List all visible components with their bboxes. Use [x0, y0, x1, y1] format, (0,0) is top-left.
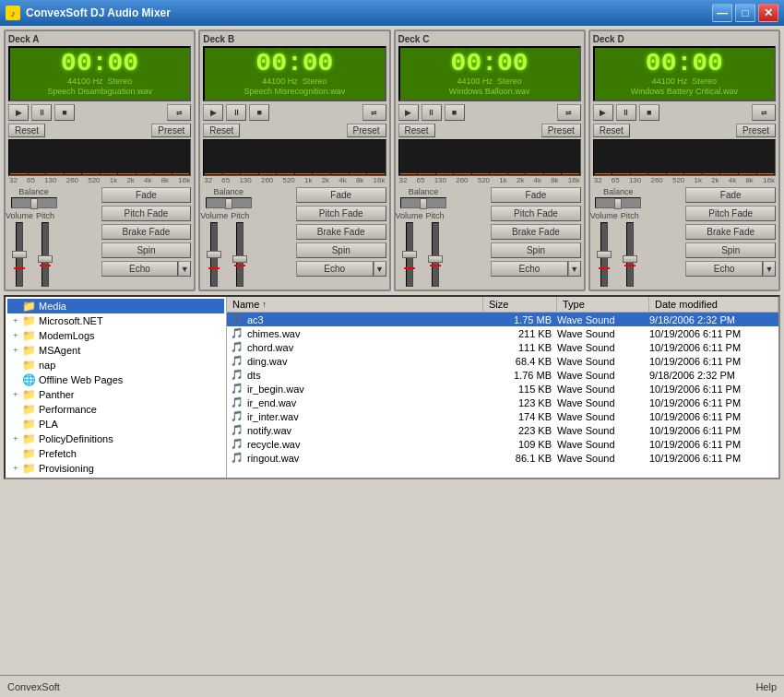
pitch-track-2[interactable] — [432, 222, 439, 287]
pitchfade-btn-3[interactable]: Pitch Fade — [685, 206, 776, 221]
pitch-track-3[interactable] — [626, 222, 634, 287]
pitch-thumb-1[interactable] — [232, 255, 247, 263]
stop-btn-3[interactable]: ■ — [639, 104, 659, 121]
echo-btn-3[interactable]: Echo — [685, 261, 763, 277]
tree-item-provisioning[interactable]: +📁Provisioning — [7, 461, 224, 476]
volume-track-0[interactable] — [16, 222, 23, 287]
play-btn-1[interactable]: ▶ — [203, 104, 223, 121]
pitchfade-btn-2[interactable]: Pitch Fade — [491, 206, 581, 221]
spin-btn-0[interactable]: Spin — [101, 242, 192, 258]
echo-btn-1[interactable]: Echo — [296, 261, 374, 277]
pitch-track-0[interactable] — [42, 222, 49, 287]
volume-track-1[interactable] — [210, 222, 218, 287]
link-btn-2[interactable]: ⇄ — [557, 104, 581, 121]
file-row-ac3[interactable]: 🎵 ac3 1.75 MB Wave Sound 9/18/2006 2:32 … — [227, 313, 778, 326]
tree-item-panther[interactable]: +📁Panther — [7, 387, 224, 402]
balance-slider-0[interactable] — [11, 197, 57, 208]
reset-btn-1[interactable]: Reset — [203, 124, 240, 137]
echo-btn-0[interactable]: Echo — [101, 261, 179, 277]
play-btn-3[interactable]: ▶ — [593, 104, 613, 121]
reset-btn-2[interactable]: Reset — [398, 124, 435, 137]
file-row-ding-wav[interactable]: 🎵 ding.wav 68.4 KB Wave Sound 10/19/2006… — [227, 354, 778, 368]
brakefade-btn-2[interactable]: Brake Fade — [491, 224, 581, 240]
reset-btn-3[interactable]: Reset — [593, 124, 630, 137]
file-row-notify-wav[interactable]: 🎵 notify.wav 223 KB Wave Sound 10/19/200… — [227, 423, 778, 437]
pause-btn-0[interactable]: ⏸ — [31, 104, 52, 121]
spin-btn-3[interactable]: Spin — [685, 242, 776, 258]
volume-thumb-2[interactable] — [402, 251, 417, 258]
stop-btn-1[interactable]: ■ — [249, 104, 269, 121]
play-btn-0[interactable]: ▶ — [8, 104, 29, 121]
pitch-thumb-3[interactable] — [623, 255, 637, 263]
brakefade-btn-0[interactable]: Brake Fade — [101, 224, 192, 240]
col-size[interactable]: Size — [483, 297, 557, 312]
tree-item-offline-web-pages[interactable]: 🌐Offline Web Pages — [7, 372, 224, 387]
pause-btn-3[interactable]: ⏸ — [616, 104, 636, 121]
volume-thumb-0[interactable] — [12, 251, 27, 258]
spin-btn-1[interactable]: Spin — [296, 242, 386, 258]
link-btn-1[interactable]: ⇄ — [362, 104, 386, 121]
maximize-button[interactable]: □ — [735, 4, 755, 22]
col-type[interactable]: Type — [557, 297, 649, 312]
link-btn-0[interactable]: ⇄ — [167, 104, 191, 121]
tree-item-pla[interactable]: 📁PLA — [7, 417, 224, 431]
minimize-button[interactable]: — — [712, 4, 732, 22]
tree-item-microsoft-net[interactable]: +📁Microsoft.NET — [7, 313, 224, 328]
col-name[interactable]: Name ↑ — [227, 297, 483, 312]
pause-btn-2[interactable]: ⏸ — [422, 104, 442, 121]
preset-btn-2[interactable]: Preset — [541, 124, 581, 137]
pitch-thumb-0[interactable] — [38, 255, 53, 263]
preset-btn-3[interactable]: Preset — [736, 124, 776, 137]
brakefade-btn-1[interactable]: Brake Fade — [296, 224, 386, 240]
balance-slider-3[interactable] — [595, 197, 641, 208]
files-list[interactable]: 🎵 ac3 1.75 MB Wave Sound 9/18/2006 2:32 … — [227, 313, 778, 478]
link-btn-3[interactable]: ⇄ — [752, 104, 776, 121]
file-row-ringout-wav[interactable]: 🎵 ringout.wav 86.1 KB Wave Sound 10/19/2… — [227, 451, 778, 465]
tree-item-media[interactable]: 📁Media — [7, 299, 224, 313]
col-date[interactable]: Date modified — [649, 297, 778, 312]
balance-slider-2[interactable] — [400, 197, 446, 208]
balance-thumb-3[interactable] — [614, 198, 622, 209]
tree-item-modemlogs[interactable]: +📁ModemLogs — [7, 328, 224, 343]
tree-item-msagent[interactable]: +📁MSAgent — [7, 343, 224, 358]
tree-item-performance[interactable]: 📁Performance — [7, 402, 224, 417]
volume-thumb-3[interactable] — [597, 251, 612, 258]
pause-btn-1[interactable]: ⏸ — [226, 104, 246, 121]
tree-item-prefetch[interactable]: 📁Prefetch — [7, 446, 224, 461]
echo-arrow-3[interactable]: ▼ — [763, 261, 776, 277]
echo-arrow-2[interactable]: ▼ — [568, 261, 581, 277]
tree-item-nap[interactable]: 📁nap — [7, 358, 224, 372]
volume-track-2[interactable] — [406, 222, 413, 287]
pitchfade-btn-0[interactable]: Pitch Fade — [101, 206, 192, 221]
file-row-ir-begin-wav[interactable]: 🎵 ir_begin.wav 115 KB Wave Sound 10/19/2… — [227, 382, 778, 396]
echo-arrow-0[interactable]: ▼ — [178, 261, 191, 277]
file-row-recycle-wav[interactable]: 🎵 recycle.wav 109 KB Wave Sound 10/19/20… — [227, 437, 778, 451]
fade-btn-1[interactable]: Fade — [296, 187, 386, 203]
volume-track-3[interactable] — [600, 222, 608, 287]
stop-btn-2[interactable]: ■ — [445, 104, 465, 121]
file-row-dts[interactable]: 🎵 dts 1.76 MB Wave Sound 9/18/2006 2:32 … — [227, 368, 778, 382]
brakefade-btn-3[interactable]: Brake Fade — [685, 224, 776, 240]
balance-thumb-2[interactable] — [420, 198, 427, 209]
file-row-ir-end-wav[interactable]: 🎵 ir_end.wav 123 KB Wave Sound 10/19/200… — [227, 396, 778, 409]
pitch-thumb-2[interactable] — [428, 255, 443, 263]
echo-btn-2[interactable]: Echo — [491, 261, 568, 277]
file-row-chord-wav[interactable]: 🎵 chord.wav 111 KB Wave Sound 10/19/2006… — [227, 340, 778, 354]
fade-btn-2[interactable]: Fade — [491, 187, 581, 203]
play-btn-2[interactable]: ▶ — [398, 104, 419, 121]
echo-arrow-1[interactable]: ▼ — [374, 261, 386, 277]
reset-btn-0[interactable]: Reset — [8, 124, 45, 137]
file-row-ir-inter-wav[interactable]: 🎵 ir_inter.wav 174 KB Wave Sound 10/19/2… — [227, 409, 778, 423]
balance-thumb-1[interactable] — [225, 198, 232, 209]
stop-btn-0[interactable]: ■ — [54, 104, 75, 121]
tree-panel[interactable]: 📁Media+📁Microsoft.NET+📁ModemLogs+📁MSAgen… — [6, 297, 227, 478]
spin-btn-2[interactable]: Spin — [491, 242, 581, 258]
fade-btn-3[interactable]: Fade — [685, 187, 776, 203]
preset-btn-1[interactable]: Preset — [347, 124, 386, 137]
status-right[interactable]: Help — [755, 681, 777, 692]
balance-thumb-0[interactable] — [30, 198, 38, 209]
tree-item-policydefinitions[interactable]: +📁PolicyDefinitions — [7, 431, 224, 446]
balance-slider-1[interactable] — [206, 197, 252, 208]
pitch-track-1[interactable] — [236, 222, 244, 287]
pitchfade-btn-1[interactable]: Pitch Fade — [296, 206, 386, 221]
